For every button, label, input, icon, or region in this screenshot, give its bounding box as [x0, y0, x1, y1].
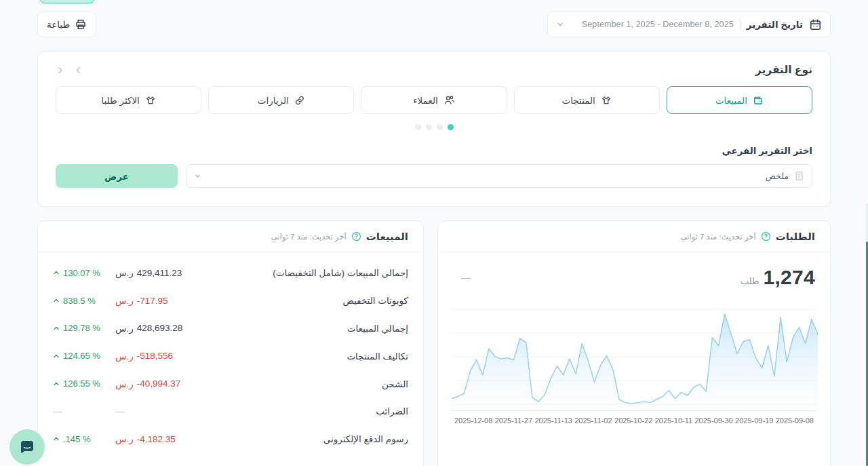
currency-symbol: ر.س — [115, 295, 134, 306]
metric-change: 129.78 % — [53, 323, 115, 333]
x-axis-tick-label: 2025-09-30 — [694, 416, 732, 425]
metric-change: 124.65 % — [53, 351, 115, 361]
help-icon[interactable] — [761, 231, 771, 241]
last-updated-text: آخر تحديث: منذ 7 ثواني — [271, 232, 347, 241]
sales-metric-row: الشحن ر.س-40,994.37 126.55 % — [53, 370, 408, 397]
chevron-down-icon — [556, 20, 564, 28]
x-axis-tick-label: 2025-09-08 — [776, 416, 814, 425]
report-type-tab[interactable]: الزيارات — [208, 86, 354, 114]
sub-report-selected-value: ملخص — [207, 171, 789, 181]
printer-icon — [75, 18, 87, 31]
chart-x-axis: 2025-12-082025-11-272025-11-132025-11-02… — [452, 410, 816, 425]
x-axis-tick-label: 2025-10-22 — [614, 416, 652, 425]
metric-label: الشحن — [217, 378, 408, 389]
carousel-dot[interactable] — [437, 124, 443, 130]
metric-change: 130.07 % — [53, 268, 115, 278]
report-type-title: نوع التقرير — [755, 64, 812, 76]
metric-value: ر.س-4,182.35 — [115, 433, 217, 444]
report-type-tab[interactable]: المنتجات — [514, 86, 660, 114]
report-type-tab[interactable]: العملاء — [361, 86, 507, 114]
sales-card: المبيعات آخر تحديث: منذ 7 ثواني إجمالي ا… — [37, 220, 424, 466]
shirt-icon — [601, 95, 612, 106]
sales-metric-row: تكاليف المنتجات ر.س-518,556 124.65 % — [53, 342, 408, 370]
trend-up-icon — [53, 325, 60, 332]
metric-label: الضرائب — [217, 406, 408, 416]
divider — [740, 18, 741, 31]
report-date-picker[interactable]: تاريخ التقرير September 1, 2025 - Decemb… — [547, 12, 831, 37]
metric-change: .145 % — [53, 434, 115, 444]
metric-label: كوبونات التخفيض — [217, 295, 408, 306]
document-icon — [794, 171, 804, 181]
help-icon[interactable] — [351, 231, 361, 241]
orders-card: الطلبات آخر تحديث: منذ 7 ثواني 1,274 طلب… — [437, 220, 831, 466]
shirt-icon — [145, 95, 156, 106]
x-axis-tick-label: 2025-11-02 — [574, 416, 612, 425]
trend-up-icon — [53, 353, 60, 360]
trend-up-icon — [53, 297, 60, 304]
metric-value: ر.س-40,994.37 — [115, 378, 217, 389]
metric-value: ر.س428,693.28 — [115, 323, 217, 334]
x-axis-tick-label: 2025-09-19 — [735, 416, 773, 425]
cutoff-toast-pill — [39, 0, 95, 3]
metric-change: — — [53, 406, 115, 416]
date-range-value: September 1, 2025 - December 8, 2025 — [582, 20, 734, 29]
wallet-icon — [753, 95, 764, 106]
orders-total: 1,274 — [763, 266, 815, 289]
users-icon — [443, 94, 455, 106]
metric-label: إجمالي المبيعات (شامل التخفيضات) — [217, 267, 408, 278]
link-icon — [294, 95, 305, 106]
sales-metric-row: إجمالي المبيعات ر.س428,693.28 129.78 % — [53, 315, 408, 343]
x-axis-tick-label: 2025-11-13 — [534, 416, 572, 425]
carousel-dots — [56, 124, 812, 130]
chat-bubble-icon — [18, 438, 36, 456]
report-type-tab[interactable]: المبيعات — [667, 86, 812, 114]
metric-value: ر.س-518,556 — [115, 351, 217, 362]
carousel-prev-icon[interactable] — [74, 66, 83, 75]
currency-symbol: ر.س — [115, 433, 134, 444]
metric-change: 126.55 % — [53, 378, 115, 389]
currency-symbol: ر.س — [115, 351, 134, 362]
carousel-dot[interactable] — [448, 124, 454, 130]
metric-change: 838.5 % — [53, 296, 115, 306]
sub-report-select[interactable]: ملخص — [186, 164, 812, 188]
report-type-tab[interactable]: الاكثر طلبا — [56, 86, 201, 114]
orders-card-title: الطلبات — [776, 231, 815, 243]
last-updated-text: آخر تحديث: منذ 7 ثواني — [681, 232, 756, 241]
view-report-button[interactable]: عرض — [56, 164, 178, 188]
x-axis-tick-label: 2025-12-08 — [454, 416, 492, 425]
date-picker-label: تاريخ التقرير — [747, 19, 803, 30]
calendar-icon — [809, 18, 822, 31]
sales-metric-row: رسوم الدفع الإلكتروني ر.س-4,182.35 .145 … — [53, 425, 408, 453]
metric-label: إجمالي المبيعات — [217, 323, 408, 334]
report-type-card: نوع التقرير المبيعات المنتجات العملاء ال… — [37, 51, 831, 207]
currency-symbol: ر.س — [115, 323, 134, 334]
support-chat-button[interactable] — [9, 429, 45, 465]
metric-value: ر.س429,411.23 — [115, 267, 217, 278]
sales-metric-row: الضرائب — — — [53, 397, 408, 425]
carousel-next-icon[interactable] — [56, 66, 64, 75]
metric-value: ر.س-717.95 — [115, 295, 217, 306]
chevron-down-icon — [194, 172, 201, 180]
sub-report-label: اختر التقرير الفرعي — [56, 145, 812, 156]
orders-chart-svg — [452, 298, 818, 410]
trend-up-icon — [53, 381, 60, 387]
x-axis-tick-label: 2025-11-27 — [495, 416, 532, 425]
metric-label: تكاليف المنتجات — [217, 351, 408, 362]
currency-symbol: ر.س — [115, 267, 134, 278]
metric-label: رسوم الدفع الإلكتروني — [217, 433, 408, 444]
sales-metric-row: إجمالي المبيعات (شامل التخفيضات) ر.س429,… — [53, 259, 408, 287]
metric-value: — — [115, 406, 217, 416]
orders-secondary-placeholder: — — [453, 272, 471, 283]
carousel-dot[interactable] — [426, 124, 432, 130]
topbar: تاريخ التقرير September 1, 2025 - Decemb… — [37, 12, 831, 37]
reports-page: { "topbar": { "print_label": "طباعة", "d… — [0, 0, 868, 466]
trend-up-icon — [53, 269, 60, 276]
orders-area-chart: 2025-12-082025-11-272025-11-132025-11-02… — [438, 293, 830, 425]
report-type-tabs: المبيعات المنتجات العملاء الزيارات الاكث… — [56, 86, 812, 114]
carousel-dot[interactable] — [415, 124, 421, 130]
sales-card-title: المبيعات — [366, 231, 408, 243]
print-label: طباعة — [47, 19, 70, 30]
trend-up-icon — [53, 435, 60, 442]
x-axis-tick-label: 2025-10-11 — [655, 416, 692, 425]
print-button[interactable]: طباعة — [37, 12, 96, 37]
